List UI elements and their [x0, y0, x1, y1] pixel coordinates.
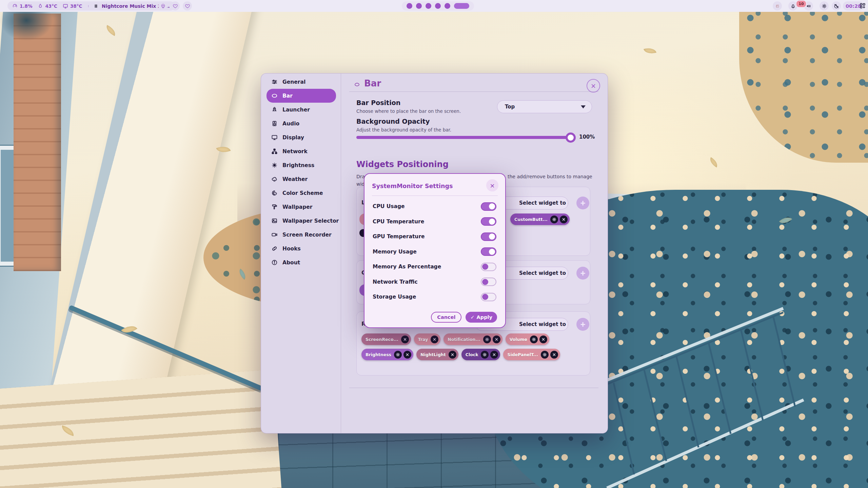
widget-chip[interactable]: SidePanelT... [503, 349, 560, 360]
widget-chip[interactable]: ScreenReco... [361, 333, 411, 345]
chip-remove-button[interactable] [401, 336, 409, 343]
chip-settings-button[interactable] [394, 351, 402, 359]
bar-position-dropdown[interactable]: Top [497, 100, 592, 113]
toggle-memory-as-percentage[interactable] [481, 263, 496, 271]
toggle-cpu-temperature[interactable] [481, 217, 496, 226]
close-icon [492, 352, 496, 357]
widget-chip-label: CustomButt... [514, 217, 549, 222]
add-widget-button[interactable]: + [576, 267, 589, 280]
toggle-row: GPU Temperature [364, 229, 505, 244]
apps-grid-icon[interactable] [859, 2, 866, 9]
workspaces-pill[interactable] [402, 1, 474, 11]
widget-chip-label: Notification... [448, 337, 481, 342]
toggle-knob [489, 233, 495, 240]
toggle-row: Memory As Percentage [364, 259, 505, 274]
chip-settings-button[interactable] [550, 216, 558, 223]
toggle-list: CPU Usage CPU Temperature GPU Temperatur… [364, 199, 505, 305]
workspace-dot[interactable] [407, 3, 412, 9]
toggle-cpu-usage[interactable] [481, 202, 496, 211]
skull-icon [160, 3, 166, 9]
wallpaper-stairs [0, 369, 282, 488]
gear-icon [396, 352, 400, 357]
tray-app-button[interactable] [773, 1, 782, 11]
chip-remove-button[interactable] [431, 336, 438, 343]
divider [349, 92, 598, 92]
toggle-knob [482, 294, 488, 300]
opacity-value: 100% [579, 134, 595, 140]
toggle-network-traffic[interactable] [481, 278, 496, 286]
modal-close-button[interactable]: × [486, 179, 498, 191]
widget-chip[interactable]: Clock [461, 349, 500, 360]
window-close-button[interactable]: × [587, 79, 600, 93]
chip-remove-button[interactable] [560, 216, 568, 223]
chip-settings-button[interactable] [481, 351, 489, 359]
gauge-icon [12, 3, 18, 9]
widget-chip[interactable]: Brightness [361, 349, 413, 360]
chip-settings-button[interactable] [483, 336, 491, 343]
widget-chip[interactable]: Tray [414, 333, 441, 345]
toggle-storage-usage[interactable] [481, 293, 496, 301]
close-icon [541, 337, 546, 342]
gear-icon [542, 352, 547, 357]
chip-remove-button[interactable] [490, 351, 498, 359]
brightness-button[interactable] [820, 1, 829, 11]
chip-settings-button[interactable] [541, 351, 549, 359]
widget-chip-label: Volume [510, 337, 528, 342]
chip-settings-button[interactable] [530, 336, 538, 343]
widget-chip[interactable]: NightLight [416, 349, 458, 360]
toggle-knob [482, 279, 488, 285]
apply-button[interactable]: ✓ Apply [466, 312, 497, 323]
gear-icon [485, 337, 489, 342]
workspace-active[interactable] [454, 3, 469, 9]
workspace-dot[interactable] [426, 3, 431, 9]
toggle-label: Memory As Percentage [373, 264, 441, 270]
toggle-row: Storage Usage [364, 289, 505, 305]
chip-remove-button[interactable] [403, 351, 411, 359]
toggle-gpu-temperature[interactable] [481, 232, 496, 241]
widget-chip-label: Brightness [366, 352, 392, 357]
quick-button-skull-icon[interactable] [158, 1, 167, 11]
toggle-knob [489, 203, 495, 209]
quick-button-heart-icon[interactable] [183, 1, 192, 11]
close-icon [405, 352, 410, 357]
chip-remove-button[interactable] [449, 351, 456, 359]
nightlight-button[interactable] [832, 1, 841, 11]
stat-value: 43°C [45, 3, 57, 9]
widget-chip[interactable]: CustomButt... [510, 214, 570, 225]
modal-title: SystemMonitor Settings [372, 183, 453, 189]
widget-chip-label: Clock [466, 352, 479, 357]
chip-remove-button[interactable] [550, 351, 558, 359]
tray-app-icon [775, 3, 780, 9]
widgets-positioning-title: Widgets Positioning [356, 160, 449, 169]
bell-icon [790, 3, 796, 9]
systemmonitor-settings-modal: SystemMonitor Settings × CPU Usage CPU T… [364, 173, 506, 328]
background-opacity-description: Adjust the background opacity of the bar… [356, 127, 451, 133]
monitor-icon [63, 3, 68, 9]
add-widget-button[interactable]: + [576, 318, 589, 331]
workspace-dot[interactable] [445, 3, 450, 9]
close-icon [450, 352, 455, 357]
quick-button-heart-icon[interactable] [171, 1, 180, 11]
notifications-badge: 10 [796, 0, 807, 8]
toggle-knob [489, 249, 495, 255]
check-icon: ✓ [470, 314, 474, 320]
cancel-button[interactable]: Cancel [431, 312, 461, 323]
wallpaper-vine-shadow [0, 0, 88, 102]
widget-chip[interactable]: Notification... [443, 333, 502, 345]
system-stat: 38°C [63, 3, 82, 9]
toggle-label: GPU Temperature [373, 233, 425, 240]
toggle-row: CPU Temperature [364, 214, 505, 229]
flame-icon [38, 3, 43, 9]
chip-remove-button[interactable] [493, 336, 500, 343]
workspace-dot[interactable] [416, 3, 422, 9]
add-widget-button[interactable]: + [576, 197, 589, 209]
close-icon [494, 337, 499, 342]
toggle-memory-usage[interactable] [481, 247, 496, 256]
close-icon [403, 337, 407, 342]
opacity-slider-knob[interactable] [566, 133, 576, 143]
workspace-dot[interactable] [435, 3, 441, 9]
gear-icon [532, 337, 536, 342]
widget-chip[interactable]: Volume [506, 333, 549, 345]
chip-remove-button[interactable] [539, 336, 547, 343]
opacity-slider-track[interactable] [356, 136, 573, 139]
